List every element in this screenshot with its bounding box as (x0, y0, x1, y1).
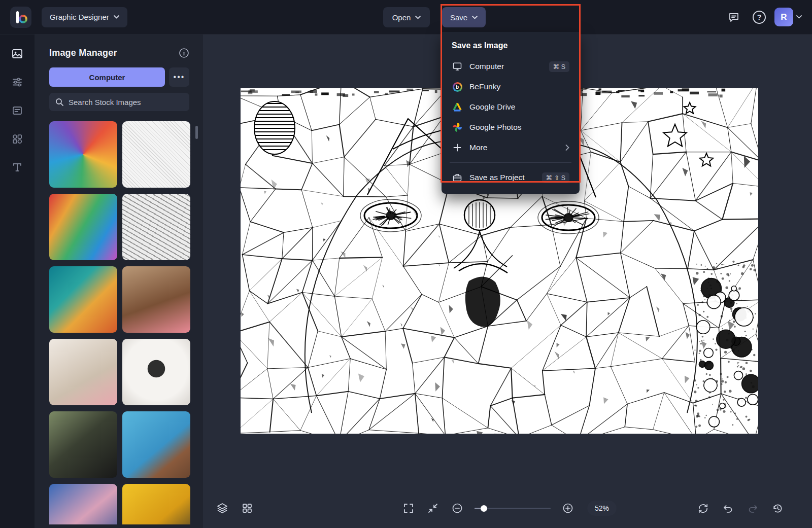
account-button[interactable]: R (774, 8, 802, 26)
thumbnail-geometric-dog[interactable] (49, 121, 117, 188)
zoom-in-button[interactable] (558, 498, 578, 518)
card-icon (11, 104, 23, 117)
sync-icon (697, 503, 709, 514)
befunky-icon (452, 82, 463, 92)
thumbnail-pop-art-dog[interactable] (49, 266, 117, 333)
save-menu-item-more[interactable]: More (448, 137, 573, 158)
chevron-down-icon (114, 15, 119, 19)
rail-item-text[interactable] (6, 157, 28, 178)
menu-divider (450, 162, 571, 163)
zoom-level-field[interactable]: 52% (587, 501, 617, 516)
sliders-icon (11, 76, 23, 88)
thumbnail-boy-in-pool[interactable] (122, 411, 190, 478)
thumbnail-line-sketch[interactable] (122, 121, 190, 188)
rail-item-image-manager[interactable] (6, 44, 28, 64)
chevron-right-icon (565, 145, 569, 151)
undo-icon (722, 503, 734, 514)
befunky-logo[interactable] (10, 7, 31, 28)
history-button[interactable] (767, 498, 788, 518)
grid-icon (242, 503, 253, 514)
plus-icon (452, 143, 463, 152)
canvas-toolbar: 52% (203, 497, 812, 520)
chevron-down-icon (472, 16, 478, 19)
more-sources-button[interactable]: ••• (169, 67, 189, 87)
chevron-down-icon (796, 15, 802, 19)
zoom-slider[interactable] (475, 503, 551, 513)
thumbnail-underwater[interactable] (49, 484, 117, 524)
toolbar-center-group: 52% (398, 498, 617, 518)
text-icon (11, 161, 23, 173)
zoom-out-button[interactable] (447, 498, 467, 518)
rail-item-graphics[interactable] (6, 129, 28, 149)
save-menu-item-google-photos[interactable]: Google Photos (448, 117, 573, 137)
stock-search[interactable] (49, 93, 189, 111)
info-icon (179, 48, 189, 58)
layers-icon (216, 502, 228, 514)
tool-rail (0, 34, 35, 528)
toolbar-left-group (212, 498, 257, 518)
app-mode-menu-button[interactable]: Graphic Designer (42, 7, 127, 27)
google-photos-icon (452, 122, 463, 132)
save-menu-item-google-drive[interactable]: Google Drive (448, 97, 573, 117)
search-input[interactable] (69, 98, 183, 107)
help-button[interactable]: ? (749, 7, 769, 27)
save-button[interactable]: Save (442, 7, 486, 27)
expand-icon (403, 503, 414, 514)
undo-button[interactable] (718, 498, 738, 518)
question-icon: ? (753, 11, 766, 24)
save-menu-item-save-as-project[interactable]: Save as Project ⌘ ⇧ S (448, 167, 573, 188)
fullscreen-button[interactable] (398, 498, 419, 518)
avatar: R (774, 8, 793, 26)
fit-to-screen-button[interactable] (423, 498, 443, 518)
shortcut-badge: ⌘ ⇧ S (542, 172, 569, 183)
save-menu-header: Save as Image (448, 39, 573, 56)
zoom-slider-knob[interactable] (481, 505, 487, 512)
thumbnail-happy-dog[interactable] (122, 266, 190, 333)
thumbnail-grid (49, 121, 191, 524)
briefcase-icon (452, 172, 463, 183)
rail-item-edit[interactable] (6, 72, 28, 92)
save-menu-item-computer[interactable]: Computer ⌘ S (448, 56, 573, 77)
save-label: Save (450, 13, 467, 22)
logo-color-dot (19, 15, 27, 23)
open-button[interactable]: Open (383, 7, 430, 27)
menu-item-label: Google Drive (469, 102, 515, 112)
menu-item-label: Computer (469, 62, 504, 71)
thumbnail-graffiti[interactable] (49, 194, 117, 260)
topbar-right: ? R (724, 7, 802, 27)
thumbnail-noodles[interactable] (122, 484, 190, 524)
collapse-icon (427, 503, 438, 514)
logo-glyph (16, 11, 19, 23)
topbar-center: Open Save (383, 7, 486, 27)
topbar: Graphic Designer Open Save ? R (0, 0, 812, 34)
thumbnail-white-dog[interactable] (49, 339, 117, 405)
info-button[interactable] (179, 48, 189, 58)
history-icon (772, 503, 784, 514)
save-menu-item-befunky[interactable]: BeFunky (448, 77, 573, 97)
app-mode-label: Graphic Designer (50, 13, 109, 21)
menu-item-label: Save as Project (469, 173, 525, 182)
thumbnail-cat-in-tube[interactable] (122, 339, 190, 405)
computer-source-button[interactable]: Computer (49, 67, 165, 87)
search-icon (55, 98, 64, 107)
shapes-icon (11, 133, 23, 145)
layers-button[interactable] (212, 498, 232, 518)
image-manager-panel: Image Manager Computer ••• (35, 34, 203, 528)
minus-circle-icon (452, 503, 463, 514)
toolbar-right-group (693, 498, 788, 518)
menu-item-label: BeFunky (469, 82, 500, 91)
redo-icon (747, 503, 759, 514)
panel-scrollbar[interactable] (195, 126, 198, 139)
thumbnail-black-dog[interactable] (49, 411, 117, 478)
redo-button[interactable] (742, 498, 763, 518)
chevron-down-icon (415, 16, 421, 19)
feedback-button[interactable] (724, 7, 744, 27)
grid-view-button[interactable] (237, 498, 257, 518)
panel-title: Image Manager (49, 48, 117, 58)
menu-item-label: Google Photos (469, 123, 522, 132)
reset-button[interactable] (693, 498, 713, 518)
thumbnail-dog-sketch[interactable] (122, 194, 190, 260)
rail-item-templates[interactable] (6, 100, 28, 121)
menu-item-label: More (469, 143, 487, 152)
shortcut-badge: ⌘ S (549, 61, 569, 72)
